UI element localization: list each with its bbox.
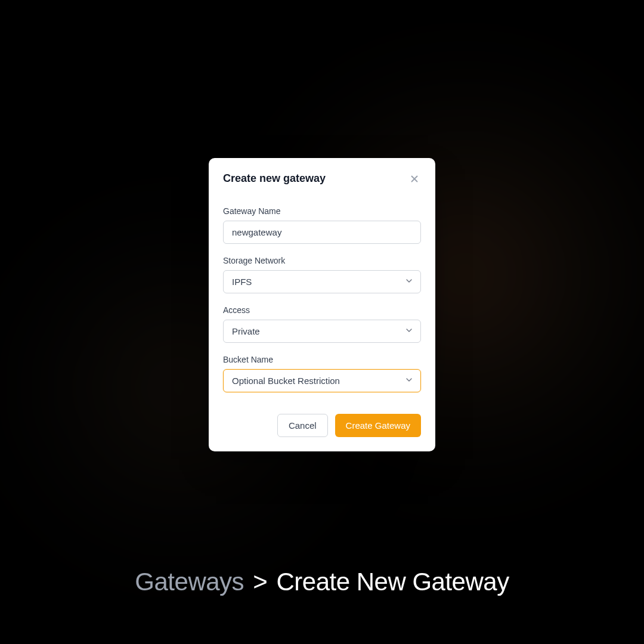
- access-group: Access Private: [223, 305, 421, 343]
- storage-network-label: Storage Network: [223, 256, 421, 265]
- access-select-wrapper: Private: [223, 320, 421, 343]
- gateway-name-group: Gateway Name: [223, 206, 421, 244]
- access-label: Access: [223, 305, 421, 315]
- storage-network-group: Storage Network IPFS: [223, 256, 421, 293]
- breadcrumb-separator: >: [253, 568, 267, 596]
- storage-network-value: IPFS: [232, 277, 252, 287]
- bucket-name-placeholder: Optional Bucket Restriction: [232, 376, 340, 386]
- modal-header: Create new gateway: [223, 172, 421, 187]
- access-select[interactable]: Private: [223, 320, 421, 343]
- bucket-name-label: Bucket Name: [223, 355, 421, 364]
- gateway-name-label: Gateway Name: [223, 206, 421, 216]
- bucket-name-group: Bucket Name Optional Bucket Restriction: [223, 355, 421, 392]
- close-button[interactable]: [408, 172, 421, 187]
- close-icon: [409, 174, 420, 186]
- modal-title: Create new gateway: [223, 172, 326, 185]
- modal-footer: Cancel Create Gateway: [223, 414, 421, 437]
- bucket-name-select[interactable]: Optional Bucket Restriction: [223, 369, 421, 392]
- access-value: Private: [232, 326, 260, 336]
- breadcrumb-current: Create New Gateway: [276, 568, 509, 596]
- create-gateway-button[interactable]: Create Gateway: [335, 414, 421, 437]
- gateway-name-input[interactable]: [223, 221, 421, 244]
- breadcrumb: Gateways > Create New Gateway: [0, 568, 644, 596]
- cancel-button[interactable]: Cancel: [277, 414, 328, 437]
- storage-network-select-wrapper: IPFS: [223, 270, 421, 293]
- bucket-name-select-wrapper: Optional Bucket Restriction: [223, 369, 421, 392]
- storage-network-select[interactable]: IPFS: [223, 270, 421, 293]
- breadcrumb-parent: Gateways: [135, 568, 244, 596]
- create-gateway-modal: Create new gateway Gateway Name Storage …: [209, 158, 435, 451]
